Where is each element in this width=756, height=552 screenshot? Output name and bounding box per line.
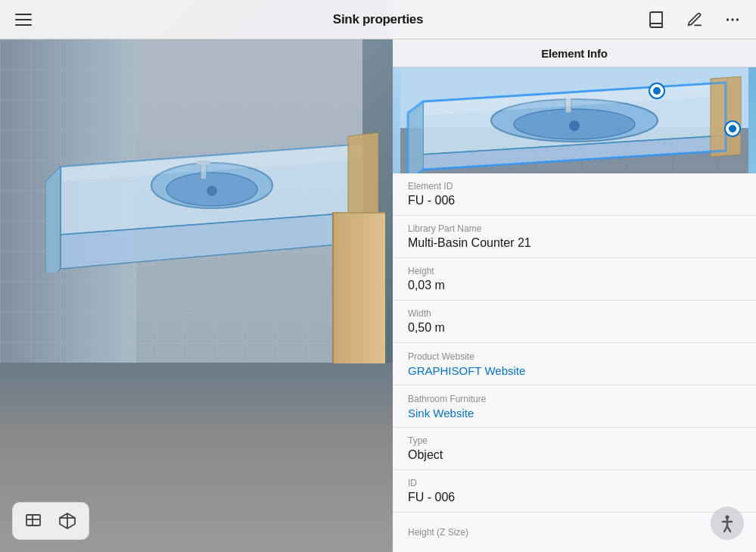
top-bar-right (644, 8, 744, 32)
label-id: ID (408, 478, 741, 488)
radio-right[interactable] (724, 120, 741, 137)
field-height: Height 0,03 m (393, 258, 756, 301)
svg-point-7 (207, 186, 216, 195)
label-library-part-name: Library Part Name (408, 223, 741, 234)
floor-plan-button[interactable] (22, 509, 46, 533)
svg-point-10 (726, 18, 729, 20)
value-type: Object (408, 448, 741, 462)
bottom-toolbar (12, 502, 89, 540)
more-icon[interactable] (721, 8, 744, 31)
field-width: Width 0,50 m (393, 301, 756, 343)
svg-rect-36 (26, 515, 40, 525)
label-element-id: Element ID (408, 181, 741, 192)
label-width: Width (408, 308, 741, 319)
menu-button[interactable] (12, 11, 35, 29)
value-element-id: FU - 006 (408, 194, 741, 207)
label-bathroom-furniture: Bathroom Furniture (408, 394, 741, 404)
3d-view-button[interactable] (55, 509, 79, 533)
field-bathroom-furniture: Bathroom Furniture Sink Website (393, 385, 756, 428)
panel-header: Element Info (393, 39, 756, 67)
label-height-z-size: Height (Z Size) (408, 527, 741, 538)
radio-top[interactable] (649, 83, 665, 99)
app-title: Sink properties (333, 12, 423, 27)
accessibility-button[interactable] (711, 507, 744, 540)
svg-point-32 (569, 120, 580, 131)
book-icon[interactable] (644, 8, 668, 32)
pen-icon[interactable] (683, 8, 706, 31)
value-bathroom-furniture[interactable]: Sink Website (408, 407, 741, 419)
svg-line-46 (727, 526, 730, 532)
label-product-website: Product Website (408, 351, 741, 362)
svg-point-11 (731, 18, 733, 20)
info-list: Element ID FU - 006 Library Part Name Mu… (393, 173, 756, 552)
field-id: ID FU - 006 (393, 470, 756, 513)
svg-marker-2 (45, 167, 61, 273)
value-library-part-name: Multi-Basin Counter 21 (408, 236, 741, 250)
sink-panel: Element Info (393, 0, 756, 552)
sink-counter (45, 121, 378, 257)
label-height: Height (408, 266, 741, 276)
label-type: Type (408, 435, 741, 446)
field-element-id: Element ID FU - 006 (393, 173, 756, 216)
value-height: 0,03 m (408, 279, 741, 292)
top-bar-left (12, 11, 35, 29)
value-id: FU - 006 (408, 491, 741, 504)
value-width: 0,50 m (408, 321, 741, 335)
field-type: Type Object (393, 428, 756, 470)
value-product-website[interactable]: GRAPHISOFT Website (408, 364, 741, 377)
field-height-z-size: Height (Z Size) (393, 513, 756, 552)
top-bar: Sink properties (0, 0, 756, 39)
cabinet (332, 212, 385, 363)
panel-header-title: Element Info (541, 47, 608, 60)
sink-thumbnail-image (393, 67, 756, 173)
field-library-part-name: Library Part Name Multi-Basin Counter 21 (393, 216, 756, 258)
field-product-website: Product Website GRAPHISOFT Website (393, 343, 756, 385)
panel-thumbnail (393, 67, 756, 173)
svg-point-12 (736, 18, 739, 20)
